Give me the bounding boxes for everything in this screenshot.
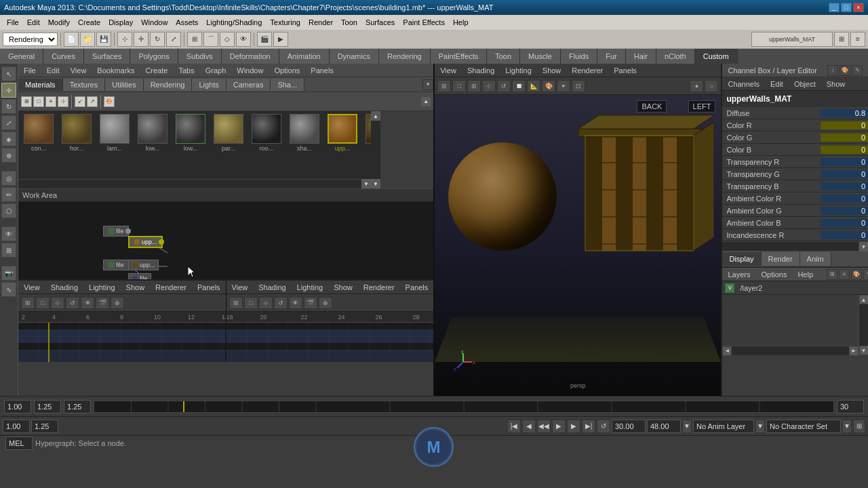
node-1[interactable]: file <box>103 226 129 237</box>
hs-menu-graph[interactable]: Graph <box>203 66 229 75</box>
swatch-ver[interactable] <box>366 114 371 144</box>
layers-hscroll-right[interactable]: ► <box>849 346 859 356</box>
material-sha[interactable]: sha... <box>287 114 322 152</box>
menu-file[interactable]: File <box>3 17 23 28</box>
tl-btn-5[interactable]: 👁 <box>81 297 94 309</box>
tl-left-panels[interactable]: Panels <box>195 283 223 291</box>
tl-btn-2[interactable]: □ <box>36 297 50 309</box>
cb-icon1[interactable]: ↕ <box>827 65 838 76</box>
menu-display[interactable]: Display <box>104 17 137 28</box>
menu-assets[interactable]: Assets <box>172 17 202 28</box>
swatch-con[interactable] <box>24 114 54 144</box>
cb-icon2[interactable]: 🎨 <box>840 65 850 76</box>
tl-right-show[interactable]: Show <box>331 283 355 291</box>
mat-tool5[interactable]: ↙ <box>75 96 85 107</box>
snap-curve[interactable]: ⌒ <box>203 32 218 47</box>
pb-range-end[interactable]: 30 <box>837 400 864 413</box>
cb-scroll[interactable]: ▼ <box>722 241 868 251</box>
cb-val-ambicolorb[interactable]: 0 <box>821 219 868 227</box>
swatch-par[interactable] <box>214 114 243 144</box>
tab-curves[interactable]: Curves <box>43 49 84 64</box>
mat-tool3[interactable]: ≡ <box>45 96 56 107</box>
hs-scroll-down[interactable]: ▼ <box>371 179 380 188</box>
new-btn[interactable]: 📄 <box>64 32 79 47</box>
layer-vis-icon[interactable]: V <box>725 283 734 293</box>
mat-hscroll[interactable] <box>18 179 361 187</box>
swatch-lam[interactable] <box>100 114 130 144</box>
tool-camera[interactable]: 📷 <box>1 266 16 281</box>
tool-soft[interactable]: ◎ <box>1 171 16 186</box>
hs-menu-edit[interactable]: Edit <box>44 66 62 75</box>
hs-menu-file[interactable]: File <box>21 66 39 75</box>
menu-surfaces[interactable]: Surfaces <box>361 17 399 28</box>
hs-scroll-up[interactable]: ▲ <box>371 111 380 121</box>
tl-left-view[interactable]: View <box>21 283 43 291</box>
vp-show[interactable]: Show <box>540 66 564 75</box>
move-btn[interactable]: ✛ <box>134 32 149 47</box>
tool-universal[interactable]: ⊕ <box>1 148 16 163</box>
vp-tb7[interactable]: 📐 <box>527 80 540 92</box>
pb-play-fwd[interactable]: ▶ <box>552 420 566 433</box>
layers-scroll-down[interactable]: ▼ <box>859 346 869 355</box>
menu-lighting-shading[interactable]: Lighting/Shading <box>202 17 266 28</box>
scale-btn[interactable]: ⤢ <box>166 32 181 47</box>
tab-painteffects[interactable]: PaintEffects <box>431 49 488 64</box>
mat-tool4[interactable]: ⊹ <box>58 96 68 107</box>
tab-muscle[interactable]: Muscle <box>520 49 561 64</box>
tl-right-panels[interactable]: Panels <box>403 283 431 291</box>
open-btn[interactable]: 📁 <box>80 32 95 47</box>
node-5[interactable]: file <box>128 273 151 279</box>
layers-icon1[interactable]: ⊞ <box>827 269 837 280</box>
cb-icon3[interactable]: ✎ <box>852 65 863 76</box>
mat-tab-utilities[interactable]: Utilities <box>105 79 143 91</box>
tab-polygons[interactable]: Polygons <box>130 49 178 64</box>
material-par[interactable]: par... <box>211 114 246 152</box>
render-settings[interactable]: 🎬 <box>257 32 272 47</box>
tab-fur[interactable]: Fur <box>597 49 626 64</box>
material-ver[interactable]: ver... <box>363 114 371 152</box>
vp-tb10[interactable]: ⊡ <box>572 80 585 92</box>
toolbar-icon2[interactable]: ≡ <box>850 32 865 47</box>
tool-paint[interactable]: ✏ <box>1 187 16 202</box>
tab-rendering[interactable]: Rendering <box>379 49 431 64</box>
layers-layers[interactable]: Layers <box>725 270 753 279</box>
pb-anim-dropdown[interactable]: ▼ <box>755 420 765 433</box>
mat-down-btn[interactable]: ▼ <box>361 179 371 188</box>
pb-last-btn[interactable]: ⊞ <box>853 420 865 433</box>
tl-left-renderer[interactable]: Renderer <box>153 283 189 291</box>
pb-goto-end[interactable]: ▶| <box>582 420 595 433</box>
cb-val-colorb[interactable]: 0 <box>821 146 868 154</box>
cb-val-ambicolorr[interactable]: 0 <box>821 195 868 203</box>
tl-right-btn-3[interactable]: ⊹ <box>259 297 273 309</box>
tool-curve2[interactable]: ∿ <box>1 282 16 297</box>
cb-val-incandr[interactable]: 0 <box>821 231 868 239</box>
cb-val-diffuse[interactable]: 0.8 <box>821 109 868 117</box>
tool-move[interactable]: ✛ <box>1 83 16 98</box>
cb-show[interactable]: Show <box>824 80 848 88</box>
toolbar-icon1[interactable]: ⊞ <box>834 32 849 47</box>
swatch-low2[interactable] <box>176 114 205 144</box>
tl-btn-7[interactable]: ⊕ <box>111 297 124 309</box>
menu-toon[interactable]: Toon <box>337 17 361 28</box>
cb-val-transr[interactable]: 0 <box>821 158 868 166</box>
tl-left-show[interactable]: Show <box>123 283 148 291</box>
layer-row-layer2[interactable]: V /layer2 <box>722 281 868 295</box>
material-lam[interactable]: lam... <box>97 114 132 152</box>
menu-create[interactable]: Create <box>74 17 104 28</box>
snap-grid[interactable]: ⊞ <box>187 32 202 47</box>
vp-tb9[interactable]: ✦ <box>557 80 570 92</box>
pb-play-back[interactable]: ◀◀ <box>537 420 551 433</box>
vp-tb4[interactable]: ⊹ <box>482 80 496 92</box>
tl-right-shading[interactable]: Shading <box>256 283 288 291</box>
cb-scroll-down[interactable]: ▼ <box>859 242 868 251</box>
tl-btn-3[interactable]: ⊹ <box>51 297 64 309</box>
cb-channels[interactable]: Channels <box>725 80 762 88</box>
layers-help[interactable]: Help <box>795 270 816 279</box>
tab-custom[interactable]: Custom <box>695 49 738 64</box>
pb-start[interactable]: 1.00 <box>4 400 31 413</box>
menu-window[interactable]: Window <box>137 17 172 28</box>
tab-deformation[interactable]: Deformation <box>222 49 279 64</box>
tl-left-lighting[interactable]: Lighting <box>86 283 118 291</box>
material-con[interactable]: con... <box>21 114 56 152</box>
pb-current[interactable]: 1.25 <box>34 400 61 413</box>
